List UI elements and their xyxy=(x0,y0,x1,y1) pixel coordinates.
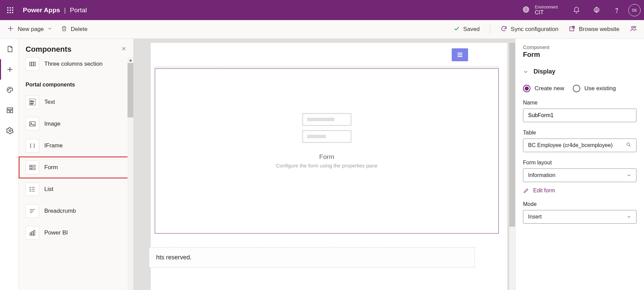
user-avatar[interactable]: DE xyxy=(628,4,641,16)
svg-marker-59 xyxy=(129,59,132,61)
canvas-footer-section[interactable]: hts reserved. xyxy=(149,247,475,268)
search-icon xyxy=(626,142,631,149)
svg-point-27 xyxy=(9,88,10,89)
help-button[interactable] xyxy=(606,0,627,20)
close-panel-button[interactable] xyxy=(121,46,126,53)
chevron-down-icon xyxy=(523,69,528,75)
component-form[interactable]: Form xyxy=(19,157,133,178)
component-iframe[interactable]: IFrame xyxy=(19,135,133,157)
rail-components[interactable] xyxy=(0,59,19,80)
component-label: Three columns section xyxy=(44,61,103,67)
component-image[interactable]: Image xyxy=(19,113,133,135)
new-page-button[interactable]: New page xyxy=(7,25,52,34)
svg-point-6 xyxy=(7,12,9,13)
radio-label: Use existing xyxy=(584,85,616,92)
svg-point-51 xyxy=(30,191,31,192)
name-input-text[interactable] xyxy=(528,112,631,118)
properties-pane: Component Form Display Create new Use ex… xyxy=(515,39,644,290)
table-field-label: Table xyxy=(523,130,636,136)
svg-rect-41 xyxy=(30,122,35,126)
svg-point-1 xyxy=(10,7,11,9)
name-field-label: Name xyxy=(523,100,636,106)
pencil-icon xyxy=(523,188,529,194)
close-icon xyxy=(121,46,126,51)
name-input[interactable] xyxy=(523,109,636,122)
bell-icon xyxy=(573,6,580,14)
environment-picker[interactable]: Environment CIT xyxy=(514,0,566,20)
design-canvas: Form Configure the form using the proper… xyxy=(134,39,515,290)
svg-rect-30 xyxy=(7,110,10,113)
svg-point-63 xyxy=(627,143,630,146)
scrollbar-thumb[interactable] xyxy=(509,43,515,227)
component-text[interactable]: Abcdef Text xyxy=(19,91,133,113)
canvas-scrollbar[interactable] xyxy=(509,43,515,290)
delete-button[interactable]: Delete xyxy=(61,25,88,34)
radio-create-new[interactable]: Create new xyxy=(523,85,564,92)
breadcrumb-icon xyxy=(26,204,39,218)
notifications-button[interactable] xyxy=(566,0,586,20)
help-icon xyxy=(613,6,620,14)
iframe-icon xyxy=(26,139,39,152)
radio-indicator xyxy=(523,85,530,92)
svg-text:def: def xyxy=(30,102,34,105)
component-type-title: Form xyxy=(523,51,636,59)
globe-icon xyxy=(522,6,530,15)
rail-pages[interactable] xyxy=(0,39,19,59)
rail-settings[interactable] xyxy=(0,120,19,141)
sync-config-button[interactable]: Sync configuration xyxy=(500,25,558,34)
image-icon xyxy=(26,117,39,131)
rail-themes[interactable] xyxy=(0,80,19,100)
settings-button[interactable] xyxy=(586,0,606,20)
plus-icon xyxy=(7,25,14,34)
components-panel: Components Three columns section Portal … xyxy=(19,39,134,290)
mobile-nav-toggle[interactable] xyxy=(452,48,468,61)
component-powerbi[interactable]: Power BI xyxy=(19,222,133,244)
brand-title: Power Apps | Portal xyxy=(23,6,87,14)
canvas-page: Form Configure the form using the proper… xyxy=(151,43,507,290)
component-label: Image xyxy=(44,120,60,127)
edit-form-link[interactable]: Edit form xyxy=(523,188,636,194)
chevron-down-icon xyxy=(47,26,52,33)
app-launcher-button[interactable] xyxy=(0,0,20,20)
display-section-toggle[interactable]: Display xyxy=(523,68,636,75)
radio-indicator xyxy=(573,85,580,92)
browse-website-button[interactable]: Browse website xyxy=(569,25,619,34)
svg-rect-56 xyxy=(30,233,31,235)
page-icon xyxy=(6,45,14,53)
svg-point-15 xyxy=(616,12,617,12)
mode-field-label: Mode xyxy=(523,201,636,207)
form-placeholder-row xyxy=(302,113,351,126)
component-breadcrumb[interactable]: Breadcrumb xyxy=(19,200,133,222)
save-status-label: Saved xyxy=(463,26,480,33)
svg-rect-37 xyxy=(34,62,36,66)
text-icon: Abcdef xyxy=(26,95,39,109)
brand-separator: | xyxy=(64,6,66,14)
svg-point-22 xyxy=(632,26,634,28)
svg-point-7 xyxy=(10,12,11,13)
svg-point-28 xyxy=(11,88,11,89)
svg-point-26 xyxy=(8,90,9,90)
components-panel-title: Components xyxy=(26,45,71,54)
powerbi-icon xyxy=(26,226,39,240)
avatar-initials: DE xyxy=(632,8,637,12)
external-link-icon xyxy=(569,25,575,34)
component-label: Text xyxy=(44,99,55,106)
component-list[interactable]: List xyxy=(19,178,133,200)
radio-use-existing[interactable]: Use existing xyxy=(573,85,616,92)
layout-dropdown[interactable]: Information xyxy=(523,168,636,182)
form-source-radio-group: Create new Use existing xyxy=(523,85,636,92)
component-three-columns[interactable]: Three columns section xyxy=(19,57,133,75)
rail-templates[interactable] xyxy=(0,100,19,120)
mode-dropdown[interactable]: Insert xyxy=(523,210,636,224)
scroll-up-arrow-icon xyxy=(128,57,133,63)
section-title: Display xyxy=(534,68,555,75)
canvas-form-component[interactable]: Form Configure the form using the proper… xyxy=(155,68,499,233)
panel-scrollbar[interactable] xyxy=(128,57,133,290)
sync-icon xyxy=(500,25,507,34)
sync-label: Sync configuration xyxy=(511,26,558,33)
gear-icon xyxy=(6,127,14,134)
table-lookup[interactable]: BC Employee (cr4de_bcemployee) xyxy=(523,139,636,152)
scrollbar-thumb[interactable] xyxy=(128,63,133,117)
mode-value: Insert xyxy=(528,214,542,220)
share-button[interactable] xyxy=(630,25,637,34)
